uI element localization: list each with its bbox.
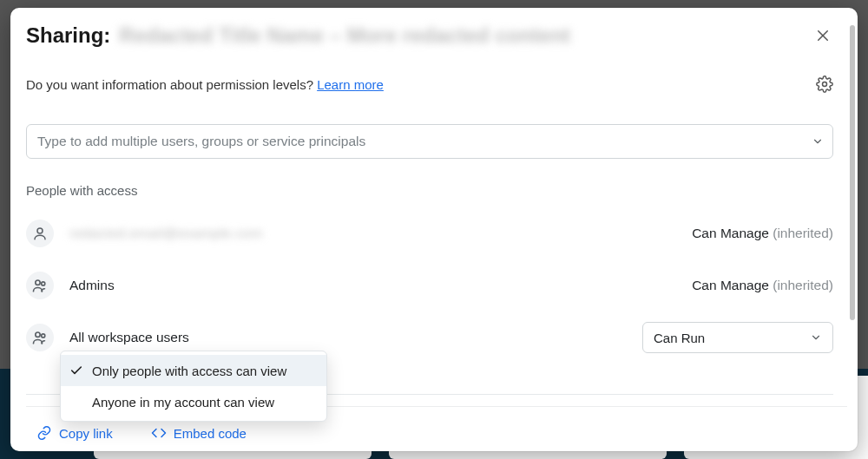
chevron-down-icon xyxy=(810,331,822,344)
check-icon xyxy=(69,364,83,377)
visibility-option[interactable]: Only people with access can view xyxy=(61,355,326,386)
svg-point-7 xyxy=(42,334,45,338)
visibility-option[interactable]: Anyone in my account can view xyxy=(61,386,326,417)
principal-name: Admins xyxy=(69,278,115,293)
principal-name-redacted: redacted.email@example.com xyxy=(69,226,263,241)
svg-point-4 xyxy=(36,280,40,285)
settings-button[interactable] xyxy=(816,75,833,93)
permission-select-value: Can Run xyxy=(654,331,705,345)
dialog-header: Sharing: Redacted Title Name – More reda… xyxy=(26,23,833,48)
svg-point-2 xyxy=(823,82,827,87)
scrollbar[interactable] xyxy=(850,25,855,320)
permission-label: Can Manage (inherited) xyxy=(692,226,833,241)
avatar xyxy=(26,324,54,351)
permission-info-text: Do you want information about permission… xyxy=(26,77,384,92)
group-icon xyxy=(31,329,49,346)
copy-link-label: Copy link xyxy=(59,426,113,441)
close-icon xyxy=(815,28,831,43)
permission-select[interactable]: Can Run xyxy=(642,322,833,353)
avatar xyxy=(26,220,54,247)
access-row: Admins Can Manage (inherited) xyxy=(26,269,833,302)
group-icon xyxy=(31,277,49,294)
sharing-dialog: Sharing: Redacted Title Name – More reda… xyxy=(10,8,858,451)
gear-icon xyxy=(816,75,833,93)
visibility-option-label: Only people with access can view xyxy=(92,364,286,378)
embed-code-label: Embed code xyxy=(174,426,247,441)
principal-name: All workspace users xyxy=(69,330,189,345)
permission-label: Can Manage (inherited) xyxy=(692,278,833,293)
embed-code-button[interactable]: Embed code xyxy=(151,425,247,441)
dialog-title-redacted: Redacted Title Name – More redacted cont… xyxy=(119,23,570,48)
visibility-menu: Only people with access can view Anyone … xyxy=(60,351,327,422)
svg-point-3 xyxy=(37,228,43,233)
access-row: redacted.email@example.com Can Manage (i… xyxy=(26,217,833,250)
link-icon xyxy=(36,425,52,441)
subheader: Do you want information about permission… xyxy=(26,75,833,93)
avatar xyxy=(26,272,54,299)
svg-point-5 xyxy=(42,282,45,285)
permission-info-prompt: Do you want information about permission… xyxy=(26,77,317,92)
learn-more-link[interactable]: Learn more xyxy=(317,77,384,92)
visibility-option-label: Anyone in my account can view xyxy=(92,395,274,410)
code-icon xyxy=(151,425,167,441)
dialog-title-prefix: Sharing: xyxy=(26,23,110,48)
people-with-access-label: People with access xyxy=(26,183,833,198)
dialog-footer: Copy link Embed code xyxy=(36,425,247,441)
principal-search-input[interactable] xyxy=(36,133,812,150)
copy-link-button[interactable]: Copy link xyxy=(36,425,113,441)
person-icon xyxy=(32,226,48,241)
principal-search[interactable] xyxy=(26,124,833,159)
chevron-down-icon xyxy=(812,135,824,148)
access-row: All workspace users Can Run xyxy=(26,321,833,354)
svg-point-6 xyxy=(36,332,40,337)
close-button[interactable] xyxy=(812,25,833,46)
